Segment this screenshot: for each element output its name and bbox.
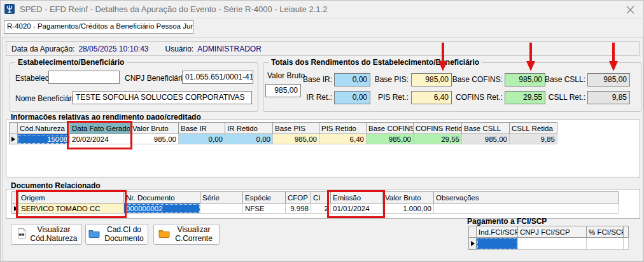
col-doc-valor-bruto: Valor Bruto bbox=[383, 192, 434, 203]
window-title: SPED - EFD Reinf - Detalhes da Apuração … bbox=[20, 4, 327, 14]
col-ci: CI bbox=[311, 192, 331, 203]
col-cofins-retido: COFINS Retido bbox=[414, 123, 462, 134]
base-csll-label: Base CSLL: bbox=[518, 75, 585, 84]
rendimento-row: 15008 20/02/2024 985,00 0,00 0,00 985,00… bbox=[10, 134, 557, 144]
usuario-label: Usuário: bbox=[165, 45, 194, 53]
button-label: Visualizar Cód.Natureza bbox=[31, 226, 78, 244]
nome-beneficiario-field[interactable]: TESTE SOFOLHA SOLUCOES CORPORATIVAS bbox=[73, 91, 252, 104]
col-cnpj-fci-scp: CNPJ FCI/SCP bbox=[518, 226, 587, 238]
col-pct-fci-scp: % FCI/SCP bbox=[587, 226, 624, 238]
record-type-tab[interactable]: R-4020 - Pagamentos/Créditos a Beneficiá… bbox=[4, 20, 193, 34]
col-base-pis: Base PIS bbox=[273, 123, 319, 134]
cell-cnpj-fci-scp[interactable] bbox=[518, 238, 587, 250]
annotation-arrow-base-cofins bbox=[525, 43, 536, 72]
col-ind-fci-scp: Ind.FCI/SCP bbox=[477, 226, 518, 238]
row-selector-arrow-icon bbox=[10, 134, 18, 144]
documento-grid: Origem Nr. Documento Série Espécie CFOP … bbox=[11, 191, 619, 214]
annotation-arrow-base-pis bbox=[437, 43, 449, 72]
col-valor-bruto: Valor Bruto bbox=[130, 123, 179, 134]
cell-csll-retida[interactable]: 9,85 bbox=[510, 134, 557, 144]
nome-beneficiario-label: Nome Beneficiário: bbox=[15, 94, 80, 103]
col-nr-documento: Nr. Documento bbox=[124, 192, 200, 203]
fci-grid: Ind.FCI/SCP CNPJ FCI/SCP % FCI/SCP bbox=[468, 226, 629, 250]
cell-valor-bruto[interactable]: 985,00 bbox=[130, 134, 179, 144]
cad-ci-documento-button[interactable]: Cad.CI do Documento bbox=[85, 224, 148, 245]
cell-pct-fci-scp[interactable] bbox=[587, 238, 624, 250]
cell-ind-fci-scp[interactable] bbox=[477, 238, 518, 250]
cell-serie[interactable] bbox=[200, 203, 243, 214]
cell-base-cofins[interactable]: 985,00 bbox=[367, 134, 414, 144]
base-pis-label: Base PIS: bbox=[353, 75, 409, 84]
group-totais-title: Totais dos Rendimentos do Estabeleciment… bbox=[269, 58, 482, 67]
cell-ir-retido[interactable]: 0,00 bbox=[225, 134, 273, 144]
window: SPED - EFD Reinf - Detalhes da Apuração … bbox=[0, 0, 644, 262]
col-csll-retida: CSLL Retida bbox=[510, 123, 557, 134]
row-selector-arrow-icon bbox=[469, 238, 477, 250]
annotation-arrow-base-csll bbox=[608, 43, 619, 72]
cell-doc-valor-bruto[interactable]: 1.000,00 bbox=[383, 203, 434, 214]
col-emissao: Emissão bbox=[331, 192, 383, 203]
cell-origem[interactable]: SERVICO TOMADO CC bbox=[19, 203, 124, 214]
csll-ret-field[interactable]: 9,85 bbox=[587, 91, 630, 104]
col-cfop: CFOP bbox=[286, 192, 311, 203]
estabelec-field[interactable] bbox=[48, 71, 120, 84]
cell-ci[interactable]: 2 bbox=[311, 203, 331, 214]
cell-observacoes[interactable] bbox=[434, 203, 619, 214]
group-totais: Totais dos Rendimentos do Estabeleciment… bbox=[263, 62, 641, 112]
cell-pis-retido[interactable]: 6,40 bbox=[319, 134, 367, 144]
col-ir-retido: IR Retido bbox=[225, 123, 273, 134]
cell-especie[interactable]: NFSE bbox=[243, 203, 286, 214]
rendimento-selector-header bbox=[10, 123, 18, 134]
fci-spacer-header bbox=[624, 226, 629, 238]
button-label: Cad.CI do Documento bbox=[103, 226, 145, 244]
estabelec-label: Estabelec: bbox=[15, 74, 51, 83]
usuario-value: ADMINISTRADOR bbox=[197, 45, 262, 53]
cell-data-fato-gerador[interactable]: 20/02/2024 bbox=[70, 134, 130, 144]
button-label: Visualizar C.Corrente bbox=[173, 226, 215, 244]
titlebar: SPED - EFD Reinf - Detalhes da Apuração … bbox=[1, 1, 643, 18]
group-estabelecimento: Estabelecimento/Beneficiário Estabelec: … bbox=[10, 62, 258, 112]
visualizar-cod-natureza-button[interactable]: Visualizar Cód.Natureza bbox=[11, 224, 82, 245]
cell-base-ir[interactable]: 0,00 bbox=[179, 134, 225, 144]
cnpj-beneficiario-label: CNPJ Beneficiário: bbox=[125, 74, 189, 83]
fci-section-title: Pagamento a FCI/SCP bbox=[467, 217, 547, 226]
documento-selector-header bbox=[12, 192, 19, 203]
col-data-fato-gerador: Data Fato Gerador bbox=[70, 123, 130, 134]
folder-orange-icon bbox=[158, 229, 170, 240]
col-observacoes: Observações bbox=[434, 192, 619, 203]
visualizar-ccorrente-button[interactable]: Visualizar C.Corrente bbox=[153, 224, 220, 245]
cell-cod-natureza[interactable]: 15008 bbox=[18, 134, 70, 144]
rendimento-grid: Cód.Natureza Data Fato Gerador Valor Bru… bbox=[9, 122, 557, 144]
col-pis-retido: PIS Retido bbox=[319, 123, 367, 134]
col-base-csll: Base CSLL bbox=[462, 123, 510, 134]
cnpj-beneficiario-field[interactable]: 01.055.651/0001-41 bbox=[182, 71, 253, 84]
col-origem: Origem bbox=[19, 192, 124, 203]
fci-spacer-cell bbox=[624, 238, 629, 250]
pis-ret-label: PIS Ret.: bbox=[353, 93, 409, 102]
apuracao-label: Data da Apuração: bbox=[11, 45, 74, 53]
ir-ret-label: IR Ret.: bbox=[276, 93, 332, 102]
documento-row: SERVICO TOMADO CC 000000002 NFSE 9.998 2… bbox=[12, 203, 619, 214]
cell-base-pis[interactable]: 985,00 bbox=[273, 134, 319, 144]
folder-blue-icon bbox=[88, 229, 100, 240]
col-especie: Espécie bbox=[243, 192, 286, 203]
base-csll-field[interactable]: 985,00 bbox=[587, 73, 630, 86]
fci-selector-header bbox=[469, 226, 477, 238]
fci-row bbox=[469, 238, 629, 250]
col-serie: Série bbox=[200, 192, 243, 203]
col-base-cofins: Base COFINS bbox=[367, 123, 414, 134]
col-base-ir: Base IR bbox=[179, 123, 225, 134]
cell-base-csll[interactable]: 985,00 bbox=[462, 134, 510, 144]
cell-cofins-retido[interactable]: 29,55 bbox=[414, 134, 462, 144]
apuracao-bar: Data da Apuração: 28/05/2025 10:10:43 Us… bbox=[6, 41, 640, 56]
base-cofins-label: Base COFINS: bbox=[434, 75, 503, 84]
cell-emissao[interactable]: 01/01/2024 bbox=[331, 203, 383, 214]
cell-nr-documento[interactable]: 000000002 bbox=[124, 203, 200, 214]
group-estabelecimento-title: Estabelecimento/Beneficiário bbox=[15, 58, 127, 67]
cofins-ret-label: COFINS Ret.: bbox=[434, 93, 503, 102]
col-cod-natureza: Cód.Natureza bbox=[18, 123, 70, 134]
cell-cfop[interactable]: 9.998 bbox=[286, 203, 311, 214]
close-icon[interactable] bbox=[624, 4, 636, 15]
apuracao-datetime: 28/05/2025 10:10:43 bbox=[78, 45, 148, 53]
sped-logo-icon bbox=[4, 4, 15, 14]
